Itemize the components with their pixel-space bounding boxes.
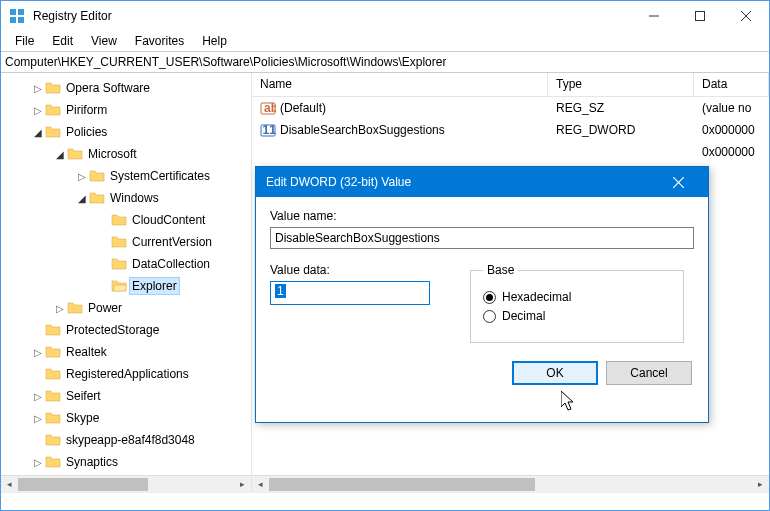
tree-node-skypeapp-e8af4f8d3048[interactable]: skypeapp-e8af4f8d3048 (1, 429, 251, 451)
radio-decimal[interactable]: Decimal (483, 309, 671, 323)
value-data-input[interactable]: 1 (270, 281, 430, 305)
list-hscrollbar[interactable]: ◂ ▸ (252, 475, 769, 492)
scroll-right-icon[interactable]: ▸ (752, 476, 769, 493)
tree-node-label: Windows (108, 190, 161, 206)
radio-hexadecimal[interactable]: Hexadecimal (483, 290, 671, 304)
tree-node-synaptics[interactable]: ▷Synaptics (1, 451, 251, 473)
tree-node-piriform[interactable]: ▷Piriform (1, 99, 251, 121)
tree-node-label: Power (86, 300, 124, 316)
value-type: REG_SZ (548, 101, 694, 115)
scroll-left-icon[interactable]: ◂ (1, 476, 18, 493)
list-row[interactable]: 0x000000 (252, 141, 769, 163)
tree-node-seifert[interactable]: ▷Seifert (1, 385, 251, 407)
chevron-right-icon[interactable]: ▷ (53, 303, 67, 314)
value-name: (Default) (280, 101, 326, 115)
chevron-right-icon[interactable]: ▷ (31, 457, 45, 468)
tree-node-policies[interactable]: ◢Policies (1, 121, 251, 143)
tree-node-power[interactable]: ▷Power (1, 297, 251, 319)
radio-dec-label: Decimal (502, 309, 545, 323)
folder-icon (67, 301, 83, 315)
col-name[interactable]: Name (252, 73, 548, 96)
list-row[interactable]: 110DisableSearchBoxSuggestionsREG_DWORD0… (252, 119, 769, 141)
menu-edit[interactable]: Edit (44, 32, 81, 50)
folder-icon (111, 213, 127, 227)
list-row[interactable]: ab(Default)REG_SZ(value no (252, 97, 769, 119)
minimize-button[interactable] (631, 1, 677, 31)
tree-node-label: CurrentVersion (130, 234, 214, 250)
value-string-icon: ab (260, 100, 276, 116)
chevron-right-icon[interactable]: ▷ (31, 413, 45, 424)
chevron-right-icon[interactable]: ▷ (75, 171, 89, 182)
folder-icon (45, 345, 61, 359)
tree-node-label: Seifert (64, 388, 103, 404)
svg-rect-5 (696, 12, 705, 21)
tree-node-cloudcontent[interactable]: CloudContent (1, 209, 251, 231)
menu-help[interactable]: Help (194, 32, 235, 50)
svg-text:ab: ab (264, 101, 276, 115)
tree-node-opera-software[interactable]: ▷Opera Software (1, 77, 251, 99)
value-name-input[interactable] (270, 227, 694, 249)
menu-view[interactable]: View (83, 32, 125, 50)
dialog-titlebar[interactable]: Edit DWORD (32-bit) Value (256, 167, 708, 197)
tree-node-registeredapplications[interactable]: RegisteredApplications (1, 363, 251, 385)
folder-icon (45, 323, 61, 337)
tree-node-label: Opera Software (64, 80, 152, 96)
tree-node-label: ProtectedStorage (64, 322, 161, 338)
tree-node-protectedstorage[interactable]: ProtectedStorage (1, 319, 251, 341)
chevron-down-icon[interactable]: ◢ (31, 127, 45, 138)
tree-node-windows[interactable]: ◢Windows (1, 187, 251, 209)
folder-icon (45, 433, 61, 447)
chevron-right-icon[interactable]: ▷ (31, 347, 45, 358)
tree-node-skype[interactable]: ▷Skype (1, 407, 251, 429)
address-bar[interactable]: Computer\HKEY_CURRENT_USER\Software\Poli… (1, 51, 769, 73)
tree-node-explorer[interactable]: Explorer (1, 275, 251, 297)
svg-rect-0 (10, 9, 16, 15)
scroll-right-icon[interactable]: ▸ (234, 476, 251, 493)
tree-node-label: Piriform (64, 102, 109, 118)
tree-node-microsoft[interactable]: ◢Microsoft (1, 143, 251, 165)
tree-panel: ▷Opera Software▷Piriform◢Policies◢Micros… (1, 73, 252, 492)
folder-icon (89, 191, 105, 205)
base-fieldset: Base Hexadecimal Decimal (470, 263, 684, 343)
dialog-close-button[interactable] (658, 167, 698, 197)
folder-icon (67, 147, 83, 161)
address-text: Computer\HKEY_CURRENT_USER\Software\Poli… (5, 55, 446, 69)
folder-icon (111, 235, 127, 249)
folder-icon (45, 125, 61, 139)
chevron-right-icon[interactable]: ▷ (31, 105, 45, 116)
menu-favorites[interactable]: Favorites (127, 32, 192, 50)
maximize-button[interactable] (677, 1, 723, 31)
value-name: DisableSearchBoxSuggestions (280, 123, 445, 137)
svg-rect-3 (18, 17, 24, 23)
tree-node-systemcertificates[interactable]: ▷SystemCertificates (1, 165, 251, 187)
value-binary-icon: 110 (260, 122, 276, 138)
scroll-left-icon[interactable]: ◂ (252, 476, 269, 493)
chevron-right-icon[interactable]: ▷ (31, 391, 45, 402)
tree-node-currentversion[interactable]: CurrentVersion (1, 231, 251, 253)
col-type[interactable]: Type (548, 73, 694, 96)
close-button[interactable] (723, 1, 769, 31)
value-data-label: Value data: (270, 263, 440, 277)
cancel-button[interactable]: Cancel (606, 361, 692, 385)
radio-hex-label: Hexadecimal (502, 290, 571, 304)
chevron-down-icon[interactable]: ◢ (75, 193, 89, 204)
value-name-label: Value name: (270, 209, 694, 223)
svg-text:110: 110 (263, 123, 277, 137)
tree-node-label: Microsoft (86, 146, 139, 162)
tree-hscrollbar[interactable]: ◂ ▸ (1, 475, 251, 492)
folder-icon (45, 455, 61, 469)
tree-node-datacollection[interactable]: DataCollection (1, 253, 251, 275)
tree-node-label: RegisteredApplications (64, 366, 191, 382)
radio-icon (483, 310, 496, 323)
col-data[interactable]: Data (694, 73, 769, 96)
tree-node-realtek[interactable]: ▷Realtek (1, 341, 251, 363)
menu-file[interactable]: File (7, 32, 42, 50)
chevron-right-icon[interactable]: ▷ (31, 83, 45, 94)
folder-icon (45, 81, 61, 95)
window-title: Registry Editor (33, 9, 631, 23)
chevron-down-icon[interactable]: ◢ (53, 149, 67, 160)
svg-rect-2 (10, 17, 16, 23)
tree-node-label: SystemCertificates (108, 168, 212, 184)
ok-button[interactable]: OK (512, 361, 598, 385)
folder-icon (89, 169, 105, 183)
